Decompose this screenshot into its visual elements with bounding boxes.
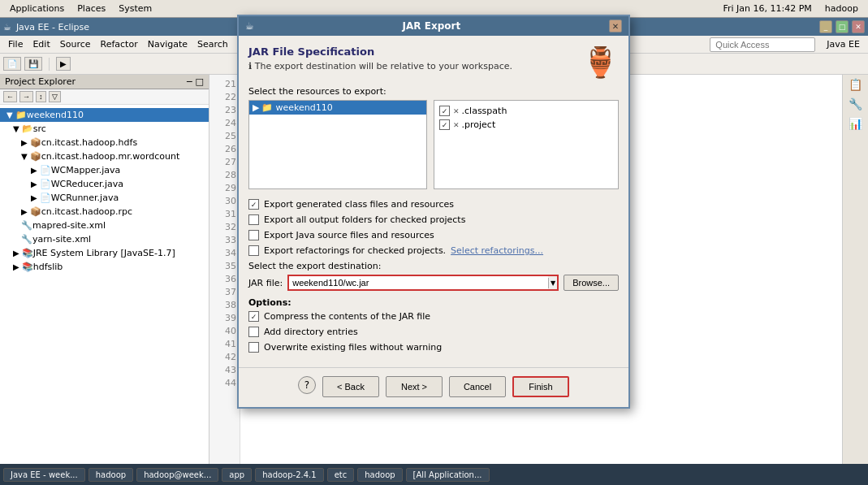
resource-selection-area: ▶ 📁 weekend110 ✓ ✕ .classpath ✓ ✕ [248,100,619,189]
taskbar-item-hadoop[interactable]: hadoop [89,468,133,482]
cancel-button[interactable]: Cancel [449,376,506,397]
taskbar-item-allapps[interactable]: [All Application... [406,468,490,482]
option-overwrite: Overwrite existing files without warning [248,342,619,353]
project-label: .project [462,119,496,130]
option-export-output: Export all output folders for checked pr… [248,214,619,225]
export-destination-section: Select the export destination: JAR file:… [248,261,619,291]
info-icon: ℹ [248,61,252,71]
jar-file-input-wrapper: ▼ [287,275,559,291]
jar-file-label: JAR file: [248,278,283,288]
option-overwrite-checkbox[interactable] [248,342,259,353]
taskbar-item-etc[interactable]: etc [327,468,355,482]
resource-tree[interactable]: ▶ 📁 weekend110 [248,100,427,189]
check-item-classpath[interactable]: ✓ ✕ .classpath [438,104,615,118]
resource-folder-icon: 📁 [261,102,273,113]
help-button[interactable]: ? [298,376,316,394]
jar-file-row: JAR file: ▼ Browse... [248,275,619,291]
dialog-title-text: JAR Export [254,20,609,32]
dialog-body: JAR File Specification ℹ The export dest… [239,36,628,367]
classpath-x: ✕ [453,107,460,115]
resource-checklist: ✓ ✕ .classpath ✓ ✕ .project [434,100,619,189]
option-export-refactoring-checkbox[interactable] [248,245,259,256]
classpath-label: .classpath [462,106,507,116]
option-export-refactoring-label: Export refactorings for checked projects… [264,245,446,256]
option-add-directory-checkbox[interactable] [248,327,259,337]
option-overwrite-label: Overwrite existing files without warning [264,342,442,353]
dialog-buttons-row: ? < Back Next > Cancel Finish [239,367,628,407]
check-item-project[interactable]: ✓ ✕ .project [438,118,615,132]
jar-export-dialog: ☕ JAR Export ✕ JAR File Specification ℹ … [237,15,630,409]
option-export-class-label: Export generated class files and resourc… [264,199,454,210]
dialog-title-icon: ☕ [245,20,254,32]
resource-tree-expand-icon: ▶ [253,102,259,113]
dialog-section-title: JAR File Specification [248,45,512,58]
option-export-class: ✓ Export generated class files and resou… [248,199,619,210]
jar-file-dropdown[interactable]: ▼ [548,278,557,288]
export-destination-label: Select the export destination: [248,261,619,271]
option-compress: ✓ Compress the contents of the JAR file [248,311,619,322]
next-button[interactable]: Next > [386,376,443,397]
select-refactorings-link[interactable]: Select refactorings... [451,245,543,256]
option-compress-checkbox[interactable]: ✓ [248,311,259,322]
dialog-subtitle: ℹ The export destination will be relativ… [248,61,512,71]
option-export-refactoring: Export refactorings for checked projects… [248,245,619,256]
option-export-source: Export Java source files and resources [248,230,619,240]
project-checkbox[interactable]: ✓ [439,119,450,130]
option-add-directory: Add directory entries [248,327,619,337]
jar-file-input[interactable] [289,276,548,289]
project-x: ✕ [453,121,460,129]
subtitle-text: The export destination will be relative … [255,61,512,71]
taskbar-item-app[interactable]: app [222,468,252,482]
taskbar: Java EE - week... hadoop hadoop@week... … [0,464,868,485]
taskbar-item-hadoop2[interactable]: hadoop [357,468,402,482]
select-resources-label: Select the resources to export: [248,86,619,97]
browse-button[interactable]: Browse... [564,275,619,291]
resource-tree-item-label: weekend110 [275,102,332,113]
jar-icon: 🏺 [582,45,619,80]
option-export-output-label: Export all output folders for checked pr… [264,214,465,225]
option-export-source-checkbox[interactable] [248,230,259,240]
options-section-label: Options: [248,297,619,308]
option-compress-label: Compress the contents of the JAR file [264,311,430,322]
dialog-close-button[interactable]: ✕ [609,19,622,32]
finish-button[interactable]: Finish [512,376,569,397]
option-export-class-checkbox[interactable]: ✓ [248,199,259,210]
taskbar-item-hadoopweek[interactable]: hadoop@week... [136,468,218,482]
option-export-output-checkbox[interactable] [248,214,259,225]
option-add-directory-label: Add directory entries [264,327,358,337]
resource-tree-item-weekend110[interactable]: ▶ 📁 weekend110 [249,101,426,115]
dialog-titlebar: ☕ JAR Export ✕ [239,16,628,36]
back-button[interactable]: < Back [322,376,379,397]
classpath-checkbox[interactable]: ✓ [439,106,450,116]
taskbar-item-hadoop241[interactable]: hadoop-2.4.1 [255,468,323,482]
option-export-source-label: Export Java source files and resources [264,230,434,240]
dialog-overlay: ☕ JAR Export ✕ JAR File Specification ℹ … [0,0,868,485]
taskbar-item-javaee[interactable]: Java EE - week... [3,468,85,482]
